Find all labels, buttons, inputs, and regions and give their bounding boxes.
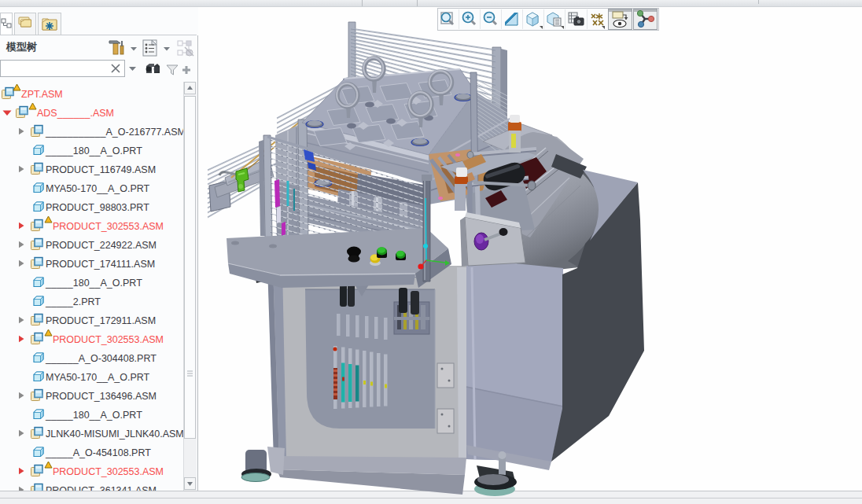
svg-text:PRODUCT_361341.ASM: PRODUCT_361341.ASM: [46, 485, 157, 491]
svg-text:PRODUCT_302553.ASM: PRODUCT_302553.ASM: [53, 221, 164, 232]
svg-text:_____180__A_O.PRT: _____180__A_O.PRT: [45, 410, 142, 421]
svg-text:PRODUCT_136496.ASM: PRODUCT_136496.ASM: [46, 391, 157, 402]
svg-text:PRODUCT_174111.ASM: PRODUCT_174111.ASM: [46, 259, 155, 270]
svg-text:PRODUCT_98803.PRT: PRODUCT_98803.PRT: [46, 202, 149, 213]
svg-text:ADS______.ASM: ADS______.ASM: [37, 108, 114, 119]
svg-text:ZPT.ASM: ZPT.ASM: [21, 89, 63, 100]
svg-text:______A_O-304408.PRT: ______A_O-304408.PRT: [45, 353, 157, 364]
svg-text:JLNK40-MISUMI_JLNK40.ASM: JLNK40-MISUMI_JLNK40.ASM: [46, 429, 183, 440]
svg-text:_____2.PRT: _____2.PRT: [45, 296, 101, 307]
svg-text:PRODUCT_302553.ASM: PRODUCT_302553.ASM: [53, 466, 164, 477]
svg-text:MYA50-170__A_O.PRT: MYA50-170__A_O.PRT: [46, 372, 150, 383]
svg-text:MYA50-170__A_O.PRT: MYA50-170__A_O.PRT: [46, 183, 150, 194]
svg-text:PRODUCT_116749.ASM: PRODUCT_116749.ASM: [46, 164, 156, 175]
svg-text:PRODUCT_224922.ASM: PRODUCT_224922.ASM: [46, 240, 157, 251]
svg-text:_____A_O-454108.PRT: _____A_O-454108.PRT: [45, 447, 151, 458]
svg-text:PRODUCT_302553.ASM: PRODUCT_302553.ASM: [53, 334, 164, 345]
svg-text:___________A_O-216777.ASM: ___________A_O-216777.ASM: [45, 127, 183, 138]
svg-text:_____180__A_O.PRT: _____180__A_O.PRT: [45, 278, 142, 289]
svg-text:_____180__A_O.PRT: _____180__A_O.PRT: [45, 145, 142, 156]
svg-text:PRODUCT_172911.ASM: PRODUCT_172911.ASM: [46, 315, 156, 326]
